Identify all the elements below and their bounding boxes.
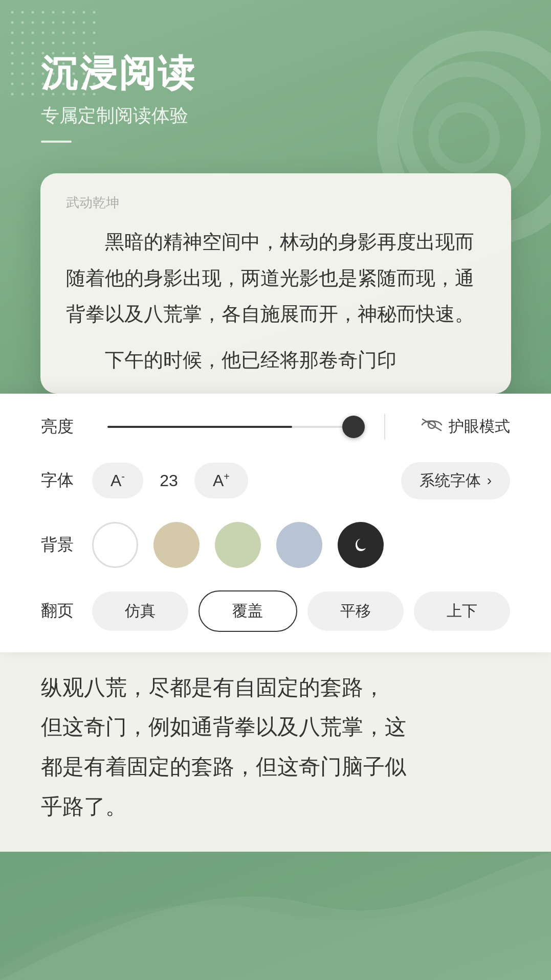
bg-option-dark[interactable] [338, 522, 384, 568]
pageturn-simulated-label: 仿真 [125, 602, 156, 619]
settings-divider [384, 414, 385, 440]
background-options [92, 522, 510, 568]
hero-divider [41, 141, 72, 143]
pageturn-label: 翻页 [41, 600, 92, 622]
brightness-thumb[interactable] [342, 416, 365, 438]
font-increase-label: A+ [213, 471, 230, 490]
hero-subtitle: 专属定制阅读体验 [41, 103, 510, 128]
background-row: 背景 [41, 522, 510, 568]
background-label: 背景 [41, 534, 92, 556]
bottom-reading-text: 纵观八荒，尽都是有自固定的套路， 但这奇门，例如通背拳以及八荒掌，这 都是有着固… [41, 668, 510, 827]
pageturn-cover-label: 覆盖 [232, 602, 263, 619]
font-controls: A- 23 A+ 系统字体 › [92, 462, 510, 499]
brightness-row: 亮度 护眼模式 [41, 414, 510, 440]
moon-icon [350, 535, 371, 555]
bottom-text-line-2: 但这奇门，例如通背拳以及八荒掌，这 [41, 715, 406, 739]
hero-section: 沉浸阅读 专属定制阅读体验 [0, 0, 551, 173]
bottom-text-line-1: 纵观八荒，尽都是有自固定的套路， [41, 675, 385, 699]
reading-card: 武动乾坤 黑暗的精神空间中，林动的身影再度出现而随着他的身影出现，两道光影也是紧… [40, 173, 511, 393]
settings-panel: 亮度 护眼模式 字体 [0, 394, 551, 652]
bg-option-beige[interactable] [153, 522, 200, 568]
brightness-label: 亮度 [41, 416, 92, 438]
eye-mode-icon [421, 418, 443, 436]
font-decrease-button[interactable]: A- [92, 463, 143, 498]
font-family-label: 系统字体 [420, 470, 481, 491]
pageturn-vertical-button[interactable]: 上下 [414, 591, 510, 631]
font-size-display: 23 [153, 471, 184, 490]
bottom-text-line-3: 都是有着固定的套路，但这奇门脑子似 [41, 755, 406, 779]
font-decrease-label: A- [111, 471, 125, 490]
brightness-fill [107, 426, 292, 428]
pageturn-row: 翻页 仿真 覆盖 平移 上下 [41, 590, 510, 632]
pageturn-cover-button[interactable]: 覆盖 [199, 590, 297, 632]
bg-option-white[interactable] [92, 522, 138, 568]
brightness-track[interactable] [107, 426, 354, 428]
pageturn-options: 仿真 覆盖 平移 上下 [92, 590, 510, 632]
bg-option-light-blue[interactable] [276, 522, 322, 568]
pageturn-simulated-button[interactable]: 仿真 [92, 591, 188, 631]
font-row: 字体 A- 23 A+ 系统字体 › [41, 462, 510, 499]
reading-paragraph-2: 下午的时候，他已经将那卷奇门印 [66, 342, 486, 378]
bg-option-light-green[interactable] [215, 522, 261, 568]
reading-paragraph-1: 黑暗的精神空间中，林动的身影再度出现而随着他的身影出现，两道光影也是紧随而现，通… [66, 224, 486, 332]
book-title: 武动乾坤 [66, 194, 486, 212]
font-label: 字体 [41, 469, 92, 492]
bottom-text-line-4: 乎路了。 [41, 794, 127, 818]
brightness-slider-container [107, 426, 354, 428]
font-increase-button[interactable]: A+ [194, 463, 248, 498]
eye-mode-group[interactable]: 护眼模式 [421, 416, 510, 437]
chevron-right-icon: › [487, 472, 492, 489]
page-content: 沉浸阅读 专属定制阅读体验 武动乾坤 黑暗的精神空间中，林动的身影再度出现而随着… [0, 0, 551, 980]
pageturn-slide-button[interactable]: 平移 [307, 591, 404, 631]
font-family-button[interactable]: 系统字体 › [401, 462, 510, 499]
pageturn-vertical-label: 上下 [447, 602, 477, 619]
hero-title: 沉浸阅读 [41, 51, 510, 95]
pageturn-slide-label: 平移 [340, 602, 371, 619]
eye-mode-label: 护眼模式 [449, 416, 510, 437]
bottom-reading-section: 纵观八荒，尽都是有自固定的套路， 但这奇门，例如通背拳以及八荒掌，这 都是有着固… [0, 652, 551, 852]
